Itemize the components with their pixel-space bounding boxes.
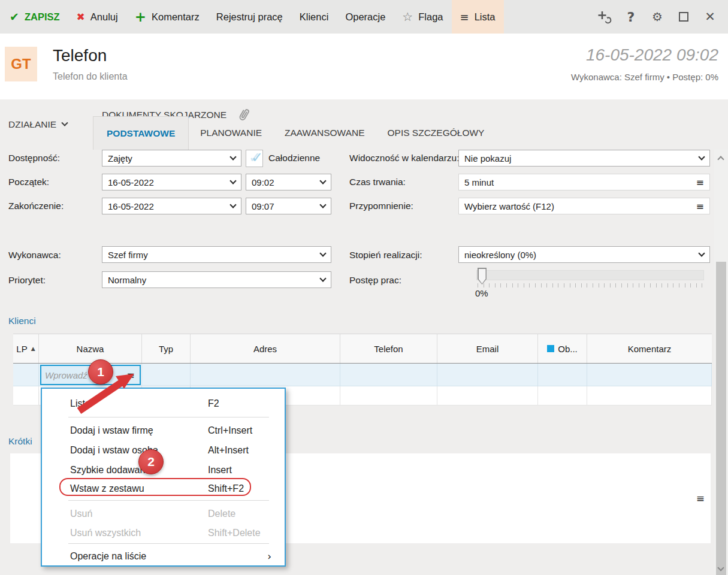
operations-button[interactable]: Operacje: [337, 0, 394, 34]
save-button[interactable]: ✔ ZAPISZ: [0, 0, 68, 34]
list-button[interactable]: ≡ Lista: [452, 0, 504, 34]
page-subtitle: Telefon do klienta: [53, 71, 128, 82]
header-datetime: 16-05-2022 09:02: [586, 46, 718, 65]
priority-select[interactable]: Normalny: [102, 271, 331, 288]
vertical-scrollbar[interactable]: [714, 150, 728, 575]
chevron-down-icon: [319, 250, 326, 256]
maximize-button[interactable]: [670, 0, 697, 34]
end-time-select[interactable]: 09:07: [246, 198, 331, 214]
start-label: Początek:: [8, 177, 49, 187]
maximize-icon: [679, 12, 688, 22]
register-work-label: Rejestruj pracę: [216, 11, 283, 23]
cancel-label: Anuluj: [90, 11, 118, 23]
cell-telefon: [340, 386, 437, 405]
menu-item-shortcut: Insert: [208, 465, 232, 476]
menu-item-dodaj-osobe[interactable]: Dodaj i wstaw osobę Alt+Insert: [42, 441, 285, 460]
sort-asc-icon: ▲: [31, 346, 35, 352]
menu-item-label: Dodaj i wstaw firmę: [70, 425, 153, 436]
menu-item-shortcut: Alt+Insert: [208, 445, 249, 456]
gt-badge: GT: [5, 47, 37, 81]
tab-opis-szczegolowy[interactable]: OPIS SZCZEGÓŁOWY: [376, 116, 496, 150]
check-icon: ✔: [10, 10, 19, 23]
column-header-nazwa[interactable]: Nazwa: [39, 334, 142, 363]
menu-item-shortcut: Shift+Delete: [208, 528, 261, 538]
start-time-select[interactable]: 09:02: [246, 174, 331, 190]
close-button[interactable]: ✕: [697, 0, 723, 34]
check-icon: ✓: [251, 149, 263, 166]
tab-zaawansowane[interactable]: ZAAWANSOWANE: [273, 116, 376, 150]
settings-button[interactable]: ⚙: [644, 0, 670, 34]
end-date-select[interactable]: 16-05-2022: [102, 198, 241, 214]
priority-value: Normalny: [108, 275, 146, 285]
column-header-telefon[interactable]: Telefon: [340, 334, 437, 363]
hamburger-icon[interactable]: ≡: [696, 201, 704, 212]
duration-field[interactable]: 5 minut ≡: [458, 174, 710, 190]
star-icon: ☆: [402, 10, 413, 24]
hamburger-icon[interactable]: ≡: [696, 492, 705, 504]
reminder-field[interactable]: Wybierz wartość (F12) ≡: [458, 198, 710, 214]
column-header-ob[interactable]: Ob...: [538, 334, 587, 363]
tab-bar: DZIAŁANIE DOKUMENTY SKOJARZONE PODSTAWOW…: [0, 99, 728, 150]
tab-podstawowe[interactable]: PODSTAWOWE: [93, 116, 189, 150]
column-header-adres[interactable]: Adres: [191, 334, 340, 363]
add-shortcut-button[interactable]: [591, 0, 618, 34]
start-time-value: 09:02: [252, 177, 274, 187]
end-date-value: 16-05-2022: [108, 201, 154, 211]
executor-value: Szef firmy: [108, 250, 148, 260]
allday-checkbox[interactable]: ✓ ✓: [246, 150, 263, 167]
progress-slider-ticks: [478, 283, 704, 288]
completion-select[interactable]: nieokreślony (0%): [458, 246, 710, 263]
start-date-value: 16-05-2022: [108, 177, 154, 187]
menu-item-operacje-na-liscie[interactable]: Operacje na liście ›: [42, 547, 285, 566]
cancel-button[interactable]: ✖ Anuluj: [68, 0, 126, 34]
comment-label: Komentarz: [152, 11, 200, 23]
hamburger-icon[interactable]: ≡: [696, 177, 704, 188]
cell-email: [437, 364, 538, 386]
start-date-select[interactable]: 16-05-2022: [102, 174, 241, 190]
blue-square-icon: [547, 345, 554, 352]
menu-item-shortcut: Delete: [208, 509, 235, 519]
gear-icon: ⚙: [652, 10, 663, 24]
menu-item-wstaw-z-zestawu[interactable]: Wstaw z zestawu Shift+F2: [42, 479, 285, 498]
help-icon: ?: [627, 10, 635, 25]
menu-separator: [68, 500, 269, 501]
lp-header-label: LP: [16, 344, 27, 354]
menu-item-usun[interactable]: Usuń Delete: [42, 504, 285, 523]
chevron-down-icon: [698, 250, 705, 256]
end-label: Zakończenie:: [8, 201, 64, 211]
scrollbar-thumb[interactable]: [716, 262, 726, 575]
scroll-up-icon[interactable]: [717, 156, 724, 162]
availability-label: Dostępność:: [8, 153, 60, 164]
menu-separator: [68, 543, 269, 544]
page-title: Telefon: [53, 46, 107, 65]
menu-item-usun-wszystkich[interactable]: Usuń wszystkich Shift+Delete: [42, 523, 285, 543]
menu-item-shortcut: Ctrl+Insert: [208, 425, 252, 436]
column-header-email[interactable]: Email: [437, 334, 538, 363]
action-menu-button[interactable]: DZIAŁANIE: [8, 119, 67, 130]
clients-button[interactable]: Klienci: [291, 0, 337, 34]
availability-select[interactable]: Zajęty: [102, 150, 241, 167]
comment-button[interactable]: + Komentarz: [126, 0, 208, 34]
column-header-komentarz[interactable]: Komentarz: [587, 334, 712, 363]
cell-typ: [142, 364, 191, 386]
column-header-typ[interactable]: Typ: [142, 334, 191, 363]
chevron-down-icon: [229, 201, 236, 208]
menu-item-dodaj-firme[interactable]: Dodaj i wstaw firmę Ctrl+Insert: [42, 421, 285, 440]
column-header-lp[interactable]: LP ▲: [13, 334, 39, 363]
executor-select[interactable]: Szef firmy: [102, 246, 331, 263]
priority-label: Priorytet:: [8, 275, 46, 286]
visibility-select[interactable]: Nie pokazuj: [458, 150, 710, 167]
plus-icon: +: [135, 10, 146, 24]
progress-value: 0%: [475, 288, 488, 298]
flag-button[interactable]: ☆ Flaga: [394, 0, 451, 34]
progress-slider-handle[interactable]: [478, 268, 487, 285]
cell-adres: [191, 364, 340, 386]
duration-value: 5 minut: [464, 177, 494, 187]
progress-slider-track[interactable]: [476, 270, 704, 280]
register-work-button[interactable]: Rejestruj pracę: [208, 0, 291, 34]
cell-komentarz: [587, 386, 712, 405]
tab-planowanie[interactable]: PLANOWANIE: [189, 116, 273, 150]
help-button[interactable]: ?: [618, 0, 644, 34]
notes-section-label: Krótki: [8, 436, 32, 447]
tab-strip: PODSTAWOWE PLANOWANIE ZAAWANSOWANE OPIS …: [93, 116, 496, 150]
